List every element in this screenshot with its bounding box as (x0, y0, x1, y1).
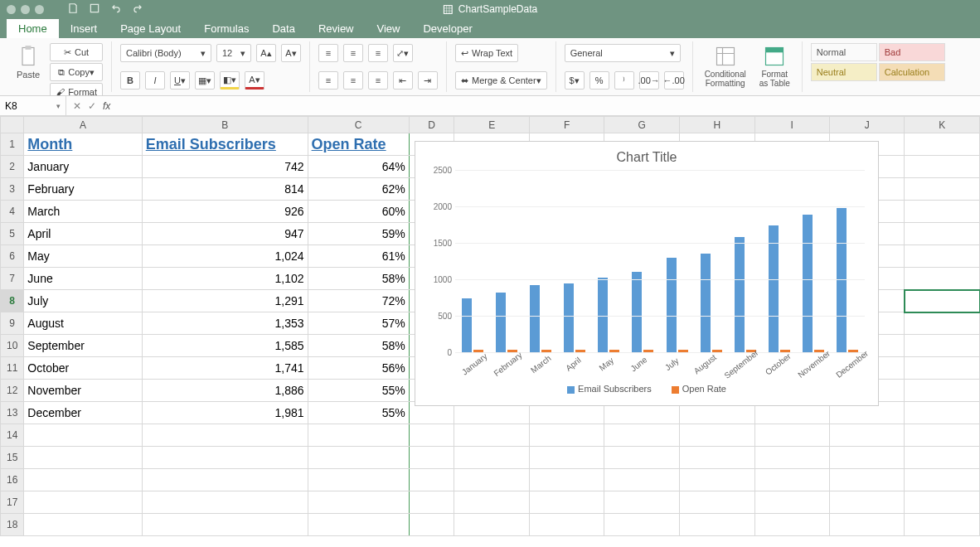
tab-home[interactable]: Home (7, 19, 59, 38)
align-bottom-icon[interactable]: ≡ (368, 44, 388, 62)
cell-C4[interactable]: 60% (308, 201, 409, 223)
cell-K10[interactable] (905, 335, 980, 357)
cell-E15[interactable] (454, 447, 529, 469)
cell-A1[interactable]: Month (24, 133, 142, 156)
cell-A14[interactable] (24, 424, 142, 447)
cell-I14[interactable] (754, 424, 829, 447)
cell-A3[interactable]: February (24, 178, 142, 201)
tab-view[interactable]: View (366, 19, 412, 38)
paste-button[interactable]: Paste (13, 43, 43, 81)
cell-K6[interactable] (905, 245, 980, 268)
cell-E16[interactable] (454, 469, 529, 491)
conditional-formatting-button[interactable]: Conditional Formatting (701, 43, 750, 90)
cell-H16[interactable] (680, 469, 755, 491)
cell-C8[interactable]: 72% (308, 290, 409, 312)
align-left-icon[interactable]: ≡ (318, 71, 338, 90)
cell-K7[interactable] (905, 268, 980, 290)
formula-input[interactable] (120, 96, 980, 115)
cell-J17[interactable] (830, 491, 905, 514)
cell-B11[interactable]: 1,741 (142, 357, 308, 380)
orientation-icon[interactable]: ⤢▾ (393, 44, 413, 62)
number-format-select[interactable]: General ▾ (565, 44, 681, 62)
cell-G15[interactable] (604, 447, 680, 469)
tab-data[interactable]: Data (260, 19, 306, 38)
cell-C10[interactable]: 58% (308, 335, 409, 357)
tab-page-layout[interactable]: Page Layout (109, 19, 192, 38)
save-alt-icon[interactable] (89, 2, 100, 17)
cell-J18[interactable] (830, 514, 905, 536)
cell-C12[interactable]: 55% (308, 380, 409, 402)
cell-F17[interactable] (529, 491, 604, 514)
col-header-J[interactable]: J (830, 117, 905, 133)
cell-K15[interactable] (905, 447, 980, 469)
col-header-A[interactable]: A (24, 117, 142, 133)
cell-I15[interactable] (754, 447, 829, 469)
increase-font-icon[interactable]: A▴ (256, 44, 276, 62)
merge-center-button[interactable]: ⬌ Merge & Center ▾ (455, 71, 547, 90)
cell-C17[interactable] (308, 491, 409, 514)
cell-J14[interactable] (830, 424, 905, 447)
cell-K14[interactable] (905, 424, 980, 447)
cell-B9[interactable]: 1,353 (142, 312, 308, 335)
cell-A18[interactable] (24, 514, 142, 536)
save-icon[interactable] (67, 2, 79, 17)
decrease-indent-icon[interactable]: ⇤ (393, 71, 413, 90)
style-normal[interactable]: Normal (811, 43, 877, 61)
row-header-12[interactable]: 12 (1, 380, 24, 402)
tab-insert[interactable]: Insert (59, 19, 109, 38)
cell-A16[interactable] (24, 469, 142, 491)
cell-G14[interactable] (604, 424, 680, 447)
borders-button[interactable]: ▦▾ (195, 71, 215, 90)
col-header-E[interactable]: E (454, 117, 529, 133)
tab-developer[interactable]: Developer (411, 19, 483, 38)
decrease-font-icon[interactable]: A▾ (281, 44, 301, 62)
cell-D18[interactable] (409, 514, 454, 536)
row-header-4[interactable]: 4 (1, 201, 24, 223)
cell-B13[interactable]: 1,981 (142, 402, 308, 424)
cell-A8[interactable]: July (24, 290, 142, 312)
comma-icon[interactable]: ⁾ (614, 71, 634, 90)
align-middle-icon[interactable]: ≡ (343, 44, 363, 62)
cell-C13[interactable]: 55% (308, 402, 409, 424)
cell-C6[interactable]: 61% (308, 245, 409, 268)
cell-K1[interactable] (905, 133, 980, 156)
row-header-16[interactable]: 16 (1, 469, 24, 491)
col-header-F[interactable]: F (529, 117, 604, 133)
cell-B5[interactable]: 947 (142, 223, 308, 245)
row-header-6[interactable]: 6 (1, 245, 24, 268)
cell-A5[interactable]: April (24, 223, 142, 245)
cell-K16[interactable] (905, 469, 980, 491)
enter-formula-icon[interactable]: ✓ (88, 100, 96, 112)
col-header-C[interactable]: C (308, 117, 409, 133)
cell-D15[interactable] (409, 447, 454, 469)
copy-button[interactable]: ⧉ Copy ▾ (50, 63, 103, 81)
cell-K9[interactable] (905, 312, 980, 335)
embedded-chart[interactable]: Chart Title 05001000150020002500 January… (415, 141, 879, 406)
row-header-7[interactable]: 7 (1, 268, 24, 290)
row-header-8[interactable]: 8 (1, 290, 24, 312)
cell-G16[interactable] (604, 469, 680, 491)
cell-K8[interactable] (905, 290, 980, 312)
cell-C7[interactable]: 58% (308, 268, 409, 290)
row-header-9[interactable]: 9 (1, 312, 24, 335)
cell-C9[interactable]: 57% (308, 312, 409, 335)
col-header-I[interactable]: I (754, 117, 829, 133)
close-window-icon[interactable] (7, 5, 16, 14)
cell-I17[interactable] (754, 491, 829, 514)
cell-I18[interactable] (754, 514, 829, 536)
cell-A9[interactable]: August (24, 312, 142, 335)
font-color-button[interactable]: A▾ (245, 71, 264, 90)
cell-A11[interactable]: October (24, 357, 142, 380)
cell-H17[interactable] (680, 491, 755, 514)
cell-K3[interactable] (905, 178, 980, 201)
cell-E18[interactable] (454, 514, 529, 536)
cell-B10[interactable]: 1,585 (142, 335, 308, 357)
col-header-G[interactable]: G (604, 117, 680, 133)
fx-icon[interactable]: fx (103, 100, 110, 112)
decrease-decimal-icon[interactable]: ←.00 (664, 71, 684, 90)
cell-C14[interactable] (308, 424, 409, 447)
cell-A13[interactable]: December (24, 402, 142, 424)
cell-C3[interactable]: 62% (308, 178, 409, 201)
style-calculation[interactable]: Calculation (879, 63, 945, 81)
cell-A2[interactable]: January (24, 156, 142, 178)
